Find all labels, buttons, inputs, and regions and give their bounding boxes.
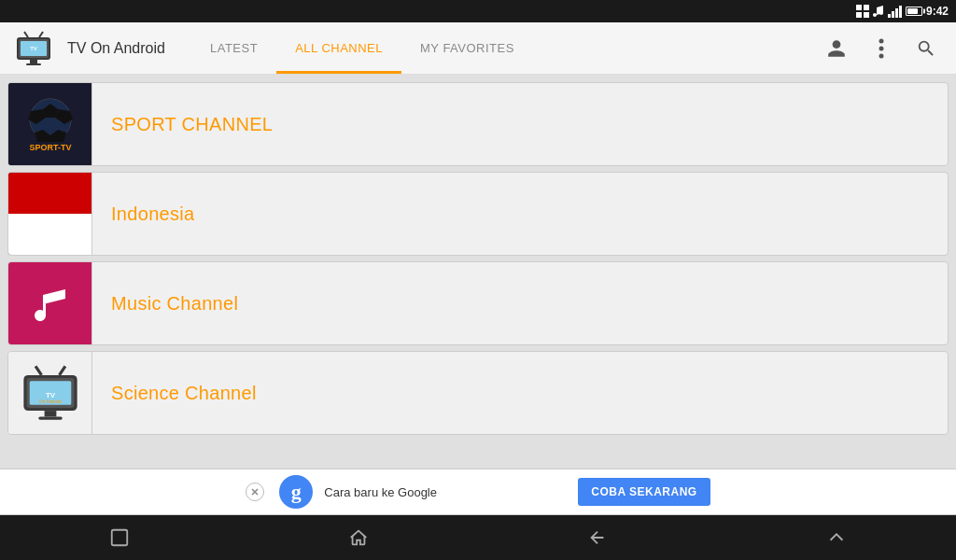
nav-back-button[interactable] [569,519,626,556]
ad-close-icon [251,488,259,496]
music-note-svg [27,280,74,327]
home-icon [348,527,369,548]
svg-point-12 [879,38,884,43]
main-content: SPORT-TV SPORT CHANNEL Indonesia Music C… [0,75,956,469]
app-header: TV TV On Android LATEST ALL CHANNEL MY F… [0,22,956,75]
tv-logo-svg: TV [13,28,54,69]
svg-line-29 [59,366,64,375]
search-icon [916,38,936,59]
channel-name-music: Music Channel [92,293,238,315]
channel-item-science[interactable]: TV On Android Science Channel [7,351,949,435]
svg-line-28 [35,366,41,375]
channel-name-science: Science Channel [92,383,257,404]
google-icon: g [279,475,313,509]
back-icon [587,527,608,548]
svg-rect-0 [856,5,862,10]
grid-icon [856,5,869,18]
signal-bars [888,5,902,18]
svg-rect-7 [30,60,37,63]
bottom-nav [0,515,956,560]
status-bar: 9:42 [0,0,956,22]
ad-text: Cara baru ke Google [324,485,567,499]
more-icon [879,38,884,59]
recents-icon [109,527,130,548]
search-button[interactable] [907,30,945,67]
svg-point-14 [879,53,884,58]
svg-line-9 [24,32,28,37]
svg-rect-3 [864,12,869,18]
svg-text:TV: TV [45,391,55,399]
channel-item-indonesia[interactable]: Indonesia [7,172,949,256]
nav-minimize-button[interactable] [808,519,865,556]
ad-coba-button[interactable]: COBA SEKARANG [578,478,710,506]
channel-thumb-sport: SPORT-TV [8,82,92,166]
svg-rect-32 [112,530,128,546]
svg-point-13 [879,46,884,50]
sport-thumb-svg: SPORT-TV [13,87,88,161]
channel-thumb-science: TV On Android [8,351,92,435]
app-title: TV On Android [67,40,165,57]
tab-allchannel[interactable]: ALL CHANNEL [276,22,401,74]
ad-banner: g Cara baru ke Google COBA SEKARANG [0,469,956,515]
channel-thumb-music [8,261,92,345]
channel-item-music[interactable]: Music Channel [7,261,949,345]
flag-white [8,214,91,256]
svg-line-10 [39,32,43,37]
nav-tabs: LATEST ALL CHANNEL MY FAVORITES [191,22,807,74]
app-logo: TV [11,26,56,71]
channel-name-sport: SPORT CHANNEL [92,114,273,135]
status-icons: 9:42 [856,5,949,18]
science-tv-logo-svg: TV On Android [18,360,83,426]
svg-rect-26 [44,411,56,416]
nav-home-button[interactable] [330,519,387,556]
status-time: 9:42 [926,5,949,18]
svg-text:On Android: On Android [39,399,62,404]
channel-name-indonesia: Indonesia [92,203,194,225]
person-button[interactable] [818,30,855,67]
tab-latest[interactable]: LATEST [191,22,276,74]
nav-recents-button[interactable] [91,519,148,556]
svg-rect-27 [38,416,62,419]
svg-rect-8 [26,63,41,65]
channel-item-sport[interactable]: SPORT-TV SPORT CHANNEL [7,82,949,166]
svg-text:TV: TV [30,46,37,51]
ad-close-button[interactable] [246,483,264,501]
svg-rect-2 [856,12,862,18]
svg-text:SPORT-TV: SPORT-TV [29,143,71,152]
person-icon [826,38,847,59]
tab-favorites[interactable]: MY FAVORITES [401,22,533,74]
svg-rect-1 [864,5,869,10]
battery-icon [906,7,922,16]
more-button[interactable] [863,30,900,67]
flag-red [8,172,91,214]
minimize-icon [826,527,847,548]
music-icon [873,5,884,18]
channel-thumb-indonesia [8,172,92,256]
header-right-icons [818,30,945,67]
